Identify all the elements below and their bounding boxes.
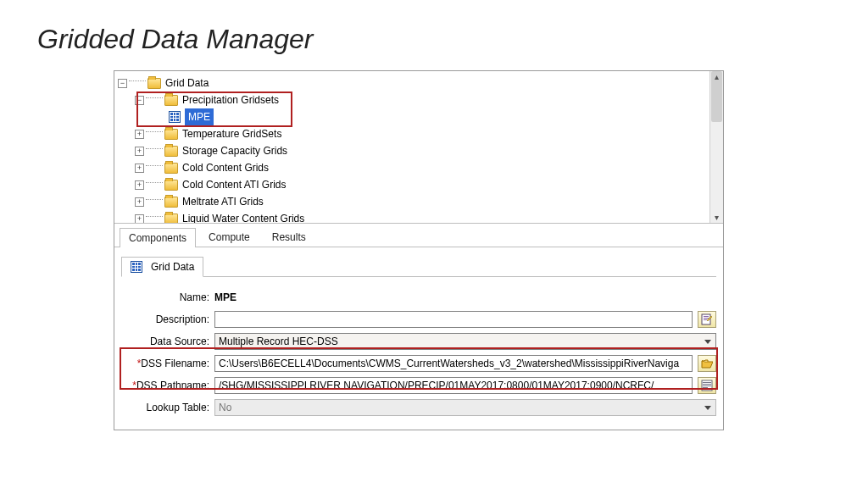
tree-node-label: Storage Capacity Grids bbox=[182, 142, 287, 159]
panel-tabs: Components Compute Results bbox=[114, 224, 723, 247]
svg-rect-6 bbox=[703, 384, 711, 385]
slide-title: Gridded Data Manager bbox=[0, 0, 868, 70]
tree-node-label: Cold Content Grids bbox=[182, 159, 269, 176]
folder-icon bbox=[147, 78, 161, 89]
note-icon bbox=[701, 313, 713, 325]
lookuptable-value: No bbox=[219, 402, 231, 413]
grid-icon bbox=[131, 261, 142, 273]
tree-node-label: MPE bbox=[185, 108, 214, 125]
tree-node-coldcontent-ati[interactable]: + Cold Content ATI Grids bbox=[118, 176, 721, 193]
tab-compute[interactable]: Compute bbox=[199, 227, 259, 247]
svg-rect-7 bbox=[703, 385, 711, 386]
svg-rect-1 bbox=[704, 316, 709, 317]
tree-node-label: Meltrate ATI Grids bbox=[182, 193, 264, 210]
lookuptable-select: No bbox=[214, 399, 716, 416]
scroll-down-icon[interactable]: ▾ bbox=[715, 212, 719, 223]
tree-node-coldcontent[interactable]: + Cold Content Grids bbox=[118, 159, 721, 176]
collapse-icon[interactable]: − bbox=[118, 79, 127, 88]
edit-description-button[interactable] bbox=[698, 311, 716, 328]
value-name: MPE bbox=[214, 291, 236, 303]
label-lookuptable: Lookup Table: bbox=[121, 402, 214, 413]
label-datasource: Data Source: bbox=[121, 336, 214, 347]
folder-open-icon bbox=[701, 358, 713, 369]
folder-icon bbox=[164, 214, 178, 225]
detail-tab-label: Grid Data bbox=[151, 261, 194, 273]
folder-icon bbox=[164, 129, 178, 140]
svg-rect-2 bbox=[704, 318, 709, 319]
svg-rect-8 bbox=[703, 387, 708, 388]
app-window: − Grid Data − Precipitation Gridsets MPE… bbox=[114, 70, 724, 430]
folder-icon bbox=[164, 163, 178, 174]
tree-node-mpe[interactable]: MPE bbox=[118, 108, 721, 125]
tree-root[interactable]: − Grid Data bbox=[118, 75, 721, 92]
tree-node-label: Temperature GridSets bbox=[182, 125, 281, 142]
detail-panel: Grid Data Name: MPE Description: Data So… bbox=[114, 247, 723, 430]
datasource-select[interactable]: Multiple Record HEC-DSS bbox=[214, 333, 716, 350]
tree-node-label: Liquid Water Content Grids bbox=[182, 210, 304, 224]
catalog-icon bbox=[701, 380, 713, 391]
folder-icon bbox=[164, 146, 178, 157]
dssfilename-input[interactable] bbox=[214, 355, 693, 372]
grid-data-tree[interactable]: − Grid Data − Precipitation Gridsets MPE… bbox=[114, 71, 723, 224]
scroll-up-icon[interactable]: ▴ bbox=[715, 71, 719, 82]
dsspathname-input[interactable] bbox=[214, 377, 693, 394]
datasource-value: Multiple Record HEC-DSS bbox=[219, 336, 338, 347]
expand-icon[interactable]: + bbox=[135, 197, 144, 207]
description-input[interactable] bbox=[214, 311, 693, 328]
tree-node-liquidwater[interactable]: + Liquid Water Content Grids bbox=[118, 210, 721, 224]
label-dssfilename: **DSS Filename:DSS Filename: bbox=[121, 358, 214, 369]
folder-icon bbox=[164, 197, 178, 208]
expand-icon[interactable]: + bbox=[135, 147, 144, 156]
tab-results[interactable]: Results bbox=[263, 227, 315, 247]
svg-rect-5 bbox=[703, 382, 711, 383]
browse-path-button[interactable] bbox=[698, 377, 716, 394]
label-description: Description: bbox=[121, 313, 214, 325]
tab-components[interactable]: Components bbox=[120, 228, 196, 247]
grid-icon bbox=[169, 111, 181, 123]
label-name: Name: bbox=[121, 291, 214, 303]
svg-rect-3 bbox=[704, 319, 707, 320]
tree-node-label: Precipitation Gridsets bbox=[182, 92, 279, 108]
tree-node-storage[interactable]: + Storage Capacity Grids bbox=[118, 142, 721, 159]
tree-scrollbar[interactable]: ▴ ▾ bbox=[709, 71, 723, 223]
label-dsspathname: *DSS Pathname: bbox=[121, 380, 214, 391]
expand-icon[interactable]: + bbox=[135, 130, 144, 139]
detail-tab-griddata[interactable]: Grid Data bbox=[121, 257, 203, 277]
tree-panel: − Grid Data − Precipitation Gridsets MPE… bbox=[114, 71, 723, 224]
folder-icon bbox=[164, 95, 178, 106]
tree-node-temperature[interactable]: + Temperature GridSets bbox=[118, 125, 721, 142]
expand-icon[interactable]: + bbox=[135, 214, 144, 224]
expand-icon[interactable]: + bbox=[135, 180, 144, 190]
browse-file-button[interactable] bbox=[698, 355, 716, 372]
tree-root-label: Grid Data bbox=[165, 75, 209, 92]
tree-node-meltrate-ati[interactable]: + Meltrate ATI Grids bbox=[118, 193, 721, 210]
detail-tab-row: Grid Data bbox=[121, 256, 716, 277]
folder-icon bbox=[164, 180, 178, 191]
expand-icon[interactable]: + bbox=[135, 164, 144, 173]
collapse-icon[interactable]: − bbox=[135, 96, 144, 105]
tree-node-precipitation[interactable]: − Precipitation Gridsets bbox=[118, 92, 721, 108]
tree-node-label: Cold Content ATI Grids bbox=[182, 176, 287, 193]
